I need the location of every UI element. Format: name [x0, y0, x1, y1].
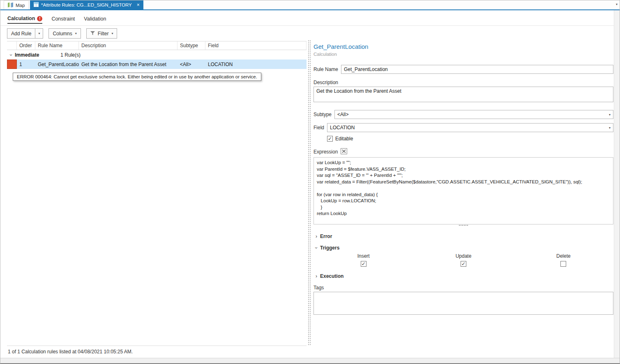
view-tab-bar: Map *Attribute Rules: CG...ED_SIGN_HISTO… — [0, 0, 620, 9]
cell-field: LOCATION — [205, 60, 307, 69]
chevron-down-icon: ▾ — [38, 32, 40, 35]
triggers-section-header[interactable]: › Triggers — [313, 245, 613, 251]
rule-title: Get_ParentLocation — [313, 43, 613, 50]
rule-details-panel: Get_ParentLocation Calculation Rule Name… — [313, 40, 614, 346]
header-rule-name[interactable]: Rule Name — [35, 41, 79, 50]
application-window: Map *Attribute Rules: CG...ED_SIGN_HISTO… — [0, 0, 620, 364]
header-description[interactable]: Description — [79, 41, 177, 50]
error-section-label: Error — [320, 234, 332, 239]
header-field[interactable]: Field — [205, 41, 307, 50]
tab-map[interactable]: Map — [4, 0, 29, 9]
tab-validation[interactable]: Validation — [84, 16, 106, 23]
chevron-right-icon: › — [316, 274, 317, 279]
cell-description: Get the Location from the Parent Asset — [79, 60, 177, 69]
table-header-row: Order Rule Name Description Subtype Fiel… — [7, 41, 307, 50]
trigger-update-label: Update — [456, 253, 472, 259]
rules-table: Order Rule Name Description Subtype Fiel… — [7, 41, 307, 69]
rule-type-tabs: Calculation ! Constraint Validation — [7, 16, 106, 24]
cell-subtype: <All> — [177, 60, 205, 69]
tab-constraint[interactable]: Constraint — [51, 16, 75, 23]
panel-splitter[interactable] — [307, 40, 311, 346]
chevron-down-icon[interactable]: › — [9, 54, 14, 56]
expression-row: Expression — [313, 148, 613, 156]
filter-button-label: Filter — [98, 31, 109, 37]
tab-attribute-rules[interactable]: *Attribute Rules: CG...ED_SIGN_HISTORY × — [30, 0, 143, 9]
header-subtype[interactable]: Subtype — [177, 41, 205, 50]
subtype-label: Subtype — [313, 112, 332, 117]
subtabs-divider — [0, 25, 620, 26]
trigger-delete-label: Delete — [556, 253, 571, 259]
editable-label: Editable — [335, 136, 353, 142]
field-select[interactable]: LOCATION ▾ — [327, 123, 613, 132]
table-bottom-divider — [7, 346, 307, 346]
header-order[interactable]: Order — [17, 41, 35, 50]
chevron-down-icon: ▾ — [111, 32, 113, 35]
tags-label: Tags — [313, 285, 613, 291]
rule-subtitle: Calculation — [313, 52, 613, 57]
rule-name-label: Rule Name — [313, 66, 338, 72]
active-tab-underline — [0, 9, 620, 10]
columns-button-label: Columns — [53, 31, 72, 37]
expression-editor-icon[interactable] — [341, 148, 347, 156]
columns-button[interactable]: Columns ▾ — [48, 28, 81, 39]
trigger-delete-checkbox[interactable] — [560, 261, 566, 267]
map-icon — [8, 2, 13, 8]
group-name: Immediate — [15, 52, 39, 58]
execution-section-header[interactable]: › Execution — [313, 273, 613, 279]
bottom-scroll-strip[interactable] — [0, 358, 620, 363]
tab-attribute-rules-label: *Attribute Rules: CG...ED_SIGN_HISTORY — [41, 2, 132, 7]
subtype-row: Subtype <All> ▾ — [313, 110, 613, 119]
editable-row: ✓ Editable — [327, 136, 613, 142]
field-label: Field — [313, 125, 324, 130]
chevron-down-icon: › — [314, 247, 319, 249]
rule-error-indicator — [7, 60, 17, 69]
group-rule-count: 1 Rule(s) — [60, 52, 81, 58]
toolbar: Add Rule ▾ Columns ▾ Filter ▾ — [7, 28, 117, 39]
attribute-rules-icon — [34, 2, 39, 8]
execution-section-label: Execution — [320, 273, 343, 279]
trigger-insert-checkbox[interactable]: ✓ — [361, 261, 366, 267]
schema-lock-error-tooltip: ERROR 000464: Cannot get exclusive schem… — [13, 73, 261, 81]
tab-calculation-label: Calculation — [7, 16, 35, 21]
tags-input[interactable] — [313, 292, 613, 315]
header-indicator — [7, 41, 17, 50]
tab-constraint-label: Constraint — [51, 16, 75, 22]
error-badge-icon: ! — [37, 16, 42, 21]
rule-name-row: Rule Name — [313, 65, 613, 74]
field-selected-value: LOCATION — [330, 125, 355, 130]
trigger-update-checkbox[interactable]: ✓ — [461, 261, 466, 267]
group-row-immediate[interactable]: › Immediate 1 Rule(s) — [7, 50, 307, 60]
table-row[interactable]: 1 Get_ParentLocation Get the Location fr… — [7, 60, 307, 69]
trigger-insert: Insert ✓ — [313, 253, 413, 267]
filter-icon — [90, 31, 95, 37]
add-rule-split-button: Add Rule ▾ — [7, 28, 43, 39]
chevron-down-icon: ▾ — [609, 113, 611, 117]
filter-button[interactable]: Filter ▾ — [86, 28, 118, 39]
tab-validation-label: Validation — [84, 16, 106, 22]
cell-rule-name: Get_ParentLocation — [35, 60, 79, 69]
error-section-header[interactable]: › Error — [313, 234, 613, 239]
trigger-delete: Delete — [514, 253, 613, 267]
expression-label: Expression — [313, 149, 338, 155]
tab-overflow-icon[interactable]: ▾ — [616, 2, 618, 6]
add-rule-dropdown-button[interactable]: ▾ — [35, 28, 43, 39]
trigger-update: Update ✓ — [413, 253, 513, 267]
description-input[interactable]: Get the Location from the Parent Asset — [313, 87, 613, 102]
chevron-down-icon: ▾ — [75, 32, 77, 35]
expression-code-editor[interactable]: var LookUp = ""; var ParentId = $feature… — [313, 157, 613, 224]
tab-calculation[interactable]: Calculation ! — [7, 16, 42, 24]
tab-map-label: Map — [16, 3, 25, 8]
field-row: Field LOCATION ▾ — [313, 123, 613, 132]
trigger-insert-label: Insert — [357, 253, 370, 259]
editable-checkbox[interactable]: ✓ — [327, 136, 333, 142]
vertical-scrollbar[interactable] — [614, 10, 620, 358]
subtype-select[interactable]: <All> ▾ — [334, 110, 613, 119]
add-rule-button[interactable]: Add Rule — [7, 28, 35, 39]
close-icon[interactable]: × — [137, 2, 140, 7]
cell-order: 1 — [17, 60, 35, 69]
description-label: Description — [313, 80, 613, 85]
rule-name-input[interactable] — [341, 65, 613, 74]
subtype-selected-value: <All> — [337, 112, 348, 117]
resize-grip-icon[interactable] — [459, 225, 468, 227]
chevron-down-icon: ▾ — [609, 126, 611, 130]
